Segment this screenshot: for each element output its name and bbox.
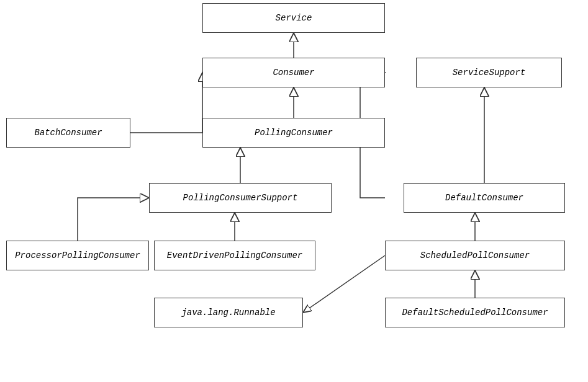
uml-class-batchconsumer: BatchConsumer [6, 118, 130, 148]
uml-class-eventdrivenpollingconsumer: EventDrivenPollingConsumer [154, 241, 315, 270]
uml-class-processorpollingconsumer: ProcessorPollingConsumer [6, 241, 149, 270]
uml-class-defaultscheduledpollconsumer: DefaultScheduledPollConsumer [385, 298, 565, 327]
uml-class-pollingconsumer: PollingConsumer [202, 118, 385, 148]
uml-class-pollingconsumersupport: PollingConsumerSupport [149, 183, 332, 213]
uml-class-service: Service [202, 3, 385, 33]
uml-class-servicesupport: ServiceSupport [416, 58, 562, 87]
uml-class-consumer: Consumer [202, 58, 385, 87]
uml-diagram: ServiceConsumerServiceSupportBatchConsum… [0, 0, 588, 382]
uml-class-defaultconsumer: DefaultConsumer [404, 183, 565, 213]
uml-class-scheduledpollconsumer: ScheduledPollConsumer [385, 241, 565, 270]
uml-class-javarunnable: java.lang.Runnable [154, 298, 303, 327]
